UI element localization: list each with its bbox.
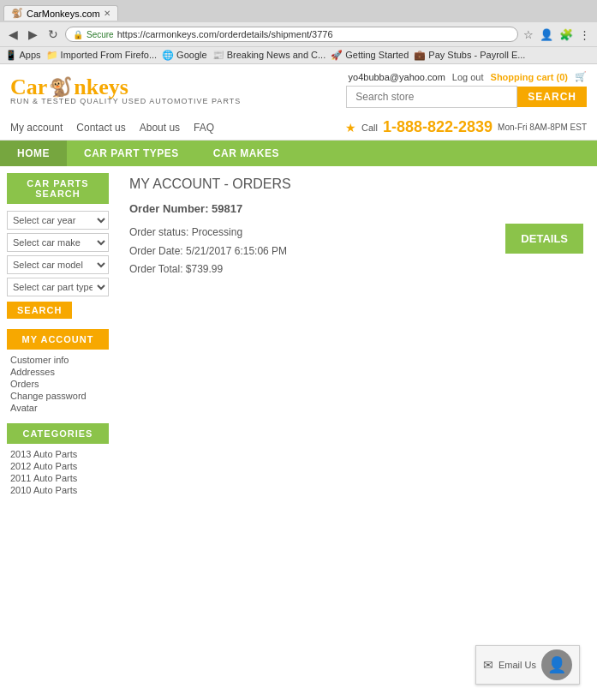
main-nav: HOME CAR PART TYPES CAR MAKES [0,141,597,166]
address-bar[interactable]: 🔒 Secure https://carmonkeys.com/orderdet… [65,27,518,42]
bookmark-apps[interactable]: 📱 Apps [5,50,41,61]
account-link-addresses[interactable]: Addresses [10,367,105,377]
phone-star-icon: ★ [345,121,356,135]
phone-area: ★ Call 1-888-822-2839 Mon-Fri 8AM-8PM ES… [345,118,587,136]
account-links: Customer info Addresses Orders Change pa… [7,355,109,413]
order-total: Order Total: $739.99 [129,260,287,279]
select-part-type[interactable]: Select car part type [7,278,109,296]
bookmarks-bar: 📱 Apps 📁 Imported From Firefo... 🌐 Googl… [0,46,597,63]
browser-chrome: 🐒 CarMonkeys.com ✕ ◀ ▶ ↻ 🔒 Secure https:… [0,0,597,64]
bookmark-imported[interactable]: 📁 Imported From Firefo... [46,50,158,61]
tab-bar: 🐒 CarMonkeys.com ✕ [0,0,597,22]
tab-title: CarMonkeys.com [27,9,100,19]
sidebar-car-parts-title: CAR PARTS SEARCH [7,173,109,204]
category-2012[interactable]: 2012 Auto Parts [10,461,105,471]
logo-tagline: RUN & TESTED QUALITY USED AUTOMOTIVE PAR… [10,97,241,105]
logo-area: Car 🐒 nkeys RUN & TESTED QUALITY USED AU… [10,75,241,105]
tab-favicon: 🐒 [11,8,23,19]
select-year[interactable]: Select car year [7,211,109,230]
category-2010[interactable]: 2010 Auto Parts [10,485,105,495]
category-2011[interactable]: 2011 Auto Parts [10,473,105,483]
account-link-orders[interactable]: Orders [10,379,105,389]
user-email: yo4bubba@yahoo.com [349,72,445,82]
order-card: Order Number: 59817 Order status: Proces… [129,202,583,279]
user-icon[interactable]: 👤 [538,27,555,42]
my-account-section: MY ACCOUNT Customer info Addresses Order… [7,329,109,413]
active-tab[interactable]: 🐒 CarMonkeys.com ✕ [3,5,118,21]
site-header: Car 🐒 nkeys RUN & TESTED QUALITY USED AU… [0,64,597,115]
search-bar: SEARCH [346,86,587,108]
url-text[interactable]: https://carmonkeys.com/orderdetails/ship… [117,29,333,39]
content-area: CAR PARTS SEARCH Select car year Select … [0,166,597,502]
my-account-title: MY ACCOUNT [7,329,109,350]
account-link-change-password[interactable]: Change password [10,391,105,401]
search-button[interactable]: SEARCH [517,87,587,107]
secure-icon: 🔒 [73,30,83,39]
bookmark-news[interactable]: 📰 Breaking News and C... [212,50,326,61]
order-details-row: Order status: Processing Order Date: 5/2… [129,224,583,279]
order-status: Order status: Processing [129,224,287,242]
page-title: MY ACCOUNT - ORDERS [129,176,583,192]
tab-close-icon[interactable]: ✕ [104,9,110,18]
logo: Car 🐒 nkeys RUN & TESTED QUALITY USED AU… [10,75,241,105]
bookmark-started[interactable]: 🚀 Getting Started [331,50,409,61]
reload-button[interactable]: ↻ [45,26,62,43]
sidebar-search-button[interactable]: SEARCH [7,302,72,319]
categories-title: CATEGORIES [7,423,109,444]
select-make[interactable]: Select car make [7,233,109,252]
details-button[interactable]: DETAILS [505,224,583,254]
nav-my-account[interactable]: My account [10,122,63,134]
order-date: Order Date: 5/21/2017 6:15:06 PM [129,242,287,261]
page: Car 🐒 nkeys RUN & TESTED QUALITY USED AU… [0,64,597,502]
nav-about-us[interactable]: About us [140,122,180,134]
cart-link[interactable]: Shopping cart (0) [491,72,568,82]
back-button[interactable]: ◀ [5,26,21,43]
toolbar: ◀ ▶ ↻ 🔒 Secure https://carmonkeys.com/or… [0,22,597,46]
category-links: 2013 Auto Parts 2012 Auto Parts 2011 Aut… [7,449,109,495]
account-link-avatar[interactable]: Avatar [10,403,105,413]
order-info: Order status: Processing Order Date: 5/2… [129,224,287,279]
main-content: MY ACCOUNT - ORDERS Order Number: 59817 … [116,166,597,502]
secure-label: Secure [87,30,114,39]
nav-home[interactable]: HOME [0,141,67,166]
forward-button[interactable]: ▶ [25,26,41,43]
site-nav-links: My account Contact us About us FAQ ★ Cal… [0,115,597,141]
nav-faq[interactable]: FAQ [194,122,214,134]
search-input[interactable] [346,86,517,108]
nav-car-makes[interactable]: CAR MAKES [196,141,296,166]
phone-number[interactable]: 1-888-822-2839 [383,118,493,136]
logo-monkey-icon: 🐒 [49,76,72,99]
bookmark-google[interactable]: 🌐 Google [162,50,207,61]
menu-icon[interactable]: ⋮ [577,27,592,42]
nav-contact-us[interactable]: Contact us [76,122,125,134]
categories-section: CATEGORIES 2013 Auto Parts 2012 Auto Par… [7,423,109,495]
extensions-icon[interactable]: 🧩 [558,27,575,42]
account-link-customer-info[interactable]: Customer info [10,355,105,365]
phone-hours: Mon-Fri 8AM-8PM EST [498,123,587,132]
nav-car-part-types[interactable]: CAR PART TYPES [67,141,196,166]
cart-icon: 🛒 [575,71,587,82]
select-model[interactable]: Select car model [7,255,109,274]
toolbar-icons: ☆ 👤 🧩 ⋮ [522,27,592,42]
sidebar: CAR PARTS SEARCH Select car year Select … [0,166,116,502]
category-2013[interactable]: 2013 Auto Parts [10,449,105,459]
phone-call-label: Call [361,123,378,133]
order-number: Order Number: 59817 [129,202,583,215]
logout-button[interactable]: Log out [452,72,484,82]
header-right: yo4bubba@yahoo.com Log out Shopping cart… [346,71,587,108]
bookmark-paystubs[interactable]: 💼 Pay Stubs - Payroll E... [414,50,525,61]
user-bar: yo4bubba@yahoo.com Log out Shopping cart… [349,71,587,82]
car-search-section: Select car year Select car make Select c… [7,211,109,319]
bookmark-icon[interactable]: ☆ [522,27,535,42]
